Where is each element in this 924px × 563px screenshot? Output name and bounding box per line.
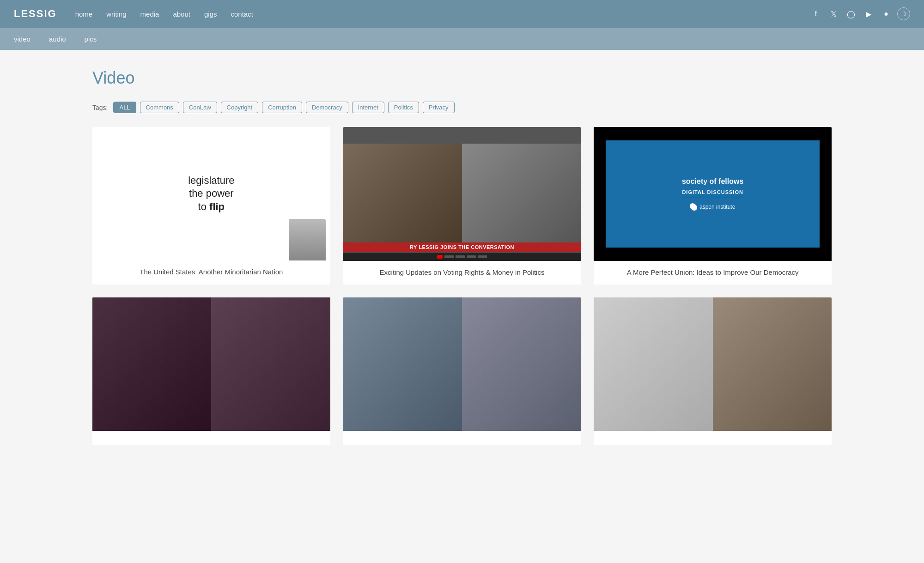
twitter-icon[interactable]: 𝕏 — [827, 7, 840, 20]
facebook-icon[interactable]: f — [809, 7, 822, 20]
nav-media[interactable]: media — [140, 10, 159, 18]
thumbnail-2: RY LESSIG JOINS THE CONVERSATION — [343, 127, 581, 261]
flip-text: legislaturethe powerto flip — [183, 170, 239, 218]
flip-person-silhouette — [289, 219, 326, 260]
thumbnail-1: legislaturethe powerto flip — [92, 127, 330, 260]
dark-panel-thumbnail — [92, 297, 330, 431]
subnav-video[interactable]: video — [14, 35, 30, 43]
tag-corruption[interactable]: Corruption — [262, 102, 302, 113]
tag-politics[interactable]: Politics — [388, 102, 419, 113]
subnav-audio[interactable]: audio — [49, 35, 66, 43]
thumbnail-6 — [594, 297, 832, 431]
aspen-logo: aspen institute — [690, 203, 735, 211]
tag-commons[interactable]: Commons — [140, 102, 179, 113]
video-card-2[interactable]: RY LESSIG JOINS THE CONVERSATION Excitin… — [343, 127, 581, 285]
aspen-subtitle: DIGITAL DISCUSSION — [682, 189, 743, 197]
video-card-3[interactable]: society of fellows DIGITAL DISCUSSION as… — [594, 127, 832, 285]
video-caption-4 — [92, 431, 330, 445]
tyt-logobar-3 — [467, 255, 476, 258]
panel3-right — [713, 297, 832, 431]
tag-privacy[interactable]: Privacy — [423, 102, 455, 113]
tyt-face-left — [343, 144, 462, 244]
video-caption-6 — [594, 431, 832, 445]
tyt2-face-left — [343, 297, 462, 431]
tyt-logobar-2 — [456, 255, 465, 258]
video-card-5[interactable] — [343, 297, 581, 445]
video-caption-1: The United States: Another Minoritarian … — [92, 260, 330, 284]
tag-democracy[interactable]: Democracy — [306, 102, 348, 113]
video-caption-3: A More Perfect Union: Ideas to Improve O… — [594, 261, 832, 285]
tyt-face-right — [462, 144, 581, 244]
social-icons: f 𝕏 ◯ ▶ ● ☽ — [809, 7, 910, 20]
aspen-thumbnail: society of fellows DIGITAL DISCUSSION as… — [594, 127, 832, 261]
tyt-logobar-4 — [478, 255, 487, 258]
tyt-logobar-1 — [444, 255, 454, 258]
nav-gigs[interactable]: gigs — [204, 10, 217, 18]
aspen-inner: society of fellows DIGITAL DISCUSSION as… — [606, 140, 820, 248]
moon-icon[interactable]: ☽ — [897, 7, 910, 20]
tyt-thumbnail: RY LESSIG JOINS THE CONVERSATION — [343, 127, 581, 261]
page-title: Video — [92, 68, 832, 88]
tag-internet[interactable]: Internet — [352, 102, 384, 113]
subnav-pics[interactable]: pics — [85, 35, 97, 43]
video-card-4[interactable] — [92, 297, 330, 445]
panel3-left — [594, 297, 712, 431]
nav-home[interactable]: home — [75, 10, 93, 18]
nav-about[interactable]: about — [173, 10, 190, 18]
tags-label: Tags: — [92, 104, 108, 111]
thumbnail-4 — [92, 297, 330, 431]
primary-nav-links: home writing media about gigs contact — [75, 10, 809, 18]
tags-filter-row: Tags: ALL Commons ConLaw Copyright Corru… — [92, 102, 832, 113]
flickr-icon[interactable]: ● — [880, 7, 893, 20]
tag-conlaw[interactable]: ConLaw — [183, 102, 217, 113]
video-caption-2: Exciting Updates on Voting Rights & Mone… — [343, 261, 581, 285]
video-grid: legislaturethe powerto flip The United S… — [92, 127, 832, 445]
dark-panel-right — [211, 297, 330, 431]
tag-copyright[interactable]: Copyright — [221, 102, 259, 113]
main-content: Video Tags: ALL Commons ConLaw Copyright… — [0, 50, 924, 563]
instagram-icon[interactable]: ◯ — [845, 7, 857, 20]
flip-thumbnail: legislaturethe powerto flip — [92, 127, 330, 260]
dark-panel-left — [92, 297, 211, 431]
video-card-1[interactable]: legislaturethe powerto flip The United S… — [92, 127, 330, 285]
tyt-banner: RY LESSIG JOINS THE CONVERSATION — [343, 242, 581, 252]
video-caption-5 — [343, 431, 581, 445]
tyt-logo — [437, 255, 443, 259]
nav-writing[interactable]: writing — [106, 10, 126, 18]
aspen-title: society of fellows — [682, 177, 743, 186]
top-navigation: LESSIG home writing media about gigs con… — [0, 0, 924, 28]
panel3-thumbnail — [594, 297, 832, 431]
site-logo[interactable]: LESSIG — [14, 8, 57, 20]
nav-contact[interactable]: contact — [231, 10, 253, 18]
tag-all[interactable]: ALL — [113, 102, 136, 113]
video-card-6[interactable] — [594, 297, 832, 445]
tyt2-thumbnail — [343, 297, 581, 431]
youtube-icon[interactable]: ▶ — [862, 7, 875, 20]
tyt-bottom-bar — [343, 253, 581, 261]
sub-navigation: video audio pics — [0, 28, 924, 50]
thumbnail-3: society of fellows DIGITAL DISCUSSION as… — [594, 127, 832, 261]
aspen-leaf-icon — [688, 202, 699, 212]
thumbnail-5 — [343, 297, 581, 431]
aspen-brand-text: aspen institute — [699, 204, 735, 210]
tyt2-face-right — [462, 297, 581, 431]
tyt-faces — [343, 144, 581, 244]
